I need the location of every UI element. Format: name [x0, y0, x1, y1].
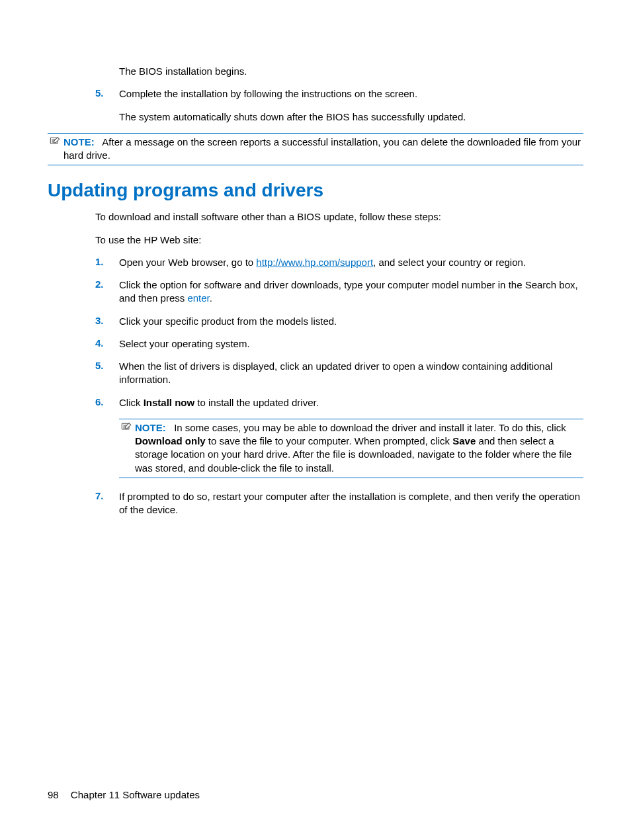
hp-support-link[interactable]: http://www.hp.com/support	[256, 257, 373, 268]
section-heading: Updating programs and drivers	[48, 180, 583, 201]
note-text: After a message on the screen reports a …	[63, 136, 581, 161]
step-7: 7. If prompted to do so, restart your co…	[48, 490, 583, 517]
note-box-2: NOTE: In some cases, you may be able to …	[119, 419, 583, 478]
step-number: 2.	[48, 278, 119, 306]
paragraph-1: To download and install software other t…	[95, 210, 583, 224]
step-text: If prompted to do so, restart your compu…	[119, 490, 583, 517]
step-text: Complete the installation by following t…	[119, 87, 583, 101]
step-4: 4. Select your operating system.	[48, 337, 583, 351]
step-6: 6. Click Install now to install the upda…	[48, 396, 583, 409]
enter-key: enter	[187, 292, 209, 304]
note-icon	[119, 421, 134, 434]
download-only-bold: Download only	[135, 435, 206, 446]
paragraph-2: To use the HP Web site:	[95, 233, 583, 247]
intro-line-2: The system automatically shuts down afte…	[119, 110, 583, 124]
note-content: NOTE: After a message on the screen repo…	[62, 136, 583, 163]
step-number: 5.	[48, 360, 119, 387]
step-1: 1. Open your Web browser, go to http://w…	[48, 256, 583, 269]
step-text: When the list of drivers is displayed, c…	[119, 360, 583, 387]
page-footer: 98 Chapter 11 Software updates	[48, 789, 200, 800]
step-number: 6.	[48, 396, 119, 409]
step-text: Open your Web browser, go to http://www.…	[119, 256, 583, 269]
note-content: NOTE: In some cases, you may be able to …	[134, 421, 583, 475]
step-text: Select your operating system.	[119, 337, 583, 351]
step-5: 5. When the list of drivers is displayed…	[48, 360, 583, 387]
save-bold: Save	[452, 435, 476, 446]
step-2: 2. Click the option for software and dri…	[48, 278, 583, 306]
step-number: 3.	[48, 315, 119, 328]
step-number: 7.	[48, 490, 119, 517]
step-3: 3. Click your specific product from the …	[48, 315, 583, 328]
step-number: 5.	[48, 87, 119, 101]
note-label: NOTE:	[135, 422, 166, 433]
install-now-bold: Install now	[144, 397, 195, 408]
step-text: Click your specific product from the mod…	[119, 315, 583, 328]
step-number: 4.	[48, 337, 119, 351]
step-number: 1.	[48, 256, 119, 269]
step-text: Click the option for software and driver…	[119, 278, 583, 306]
chapter-label: Chapter 11 Software updates	[71, 789, 200, 800]
note-box-1: NOTE: After a message on the screen repo…	[48, 133, 583, 166]
page-content: The BIOS installation begins. 5. Complet…	[0, 0, 631, 517]
intro-line-1: The BIOS installation begins.	[119, 65, 583, 78]
page-number: 98	[48, 789, 59, 800]
step-text: Click Install now to install the updated…	[119, 396, 583, 409]
note-icon	[48, 136, 62, 148]
note-label: NOTE:	[63, 136, 95, 147]
bios-step-5: 5. Complete the installation by followin…	[48, 87, 583, 101]
